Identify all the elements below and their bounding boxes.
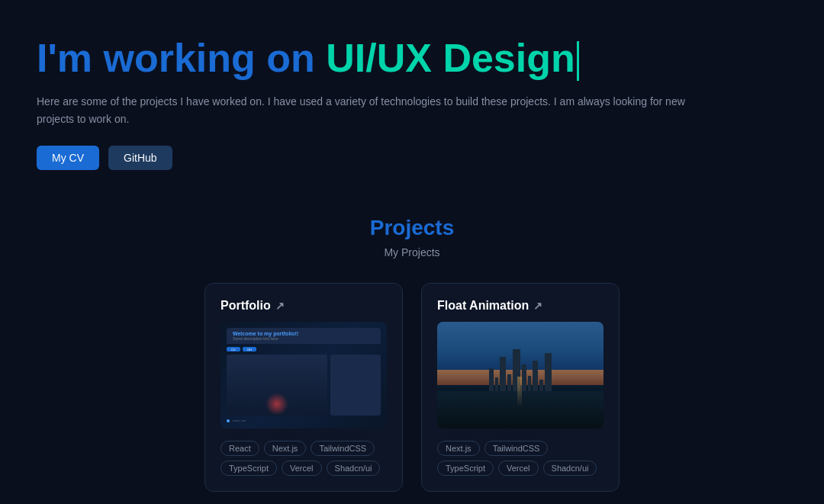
- projects-title: Projects: [370, 216, 455, 240]
- building-8: [533, 361, 538, 391]
- float-animation-title-text: Float Animation: [437, 299, 529, 313]
- portfolio-preview-footer: icons row: [227, 419, 381, 422]
- projects-section: Projects My Projects Portfolio ↗ Welcome…: [0, 185, 824, 504]
- portfolio-preview-nav: CV GH: [227, 347, 381, 352]
- portfolio-preview-left: [227, 355, 327, 416]
- tag-tailwindcss: TailwindCSS: [311, 441, 375, 456]
- building-7: [528, 376, 531, 391]
- building-9: [539, 380, 543, 391]
- projects-grid: Portfolio ↗ Welcome to my portfolio!! So…: [37, 283, 787, 492]
- portfolio-nav-btn-2: GH: [243, 347, 256, 352]
- tag-vercel: Vercel: [282, 461, 322, 476]
- projects-subtitle: My Projects: [384, 246, 439, 258]
- building-4: [507, 374, 511, 391]
- float-animation-external-link-icon: ↗: [533, 300, 542, 312]
- building-2: [495, 377, 498, 391]
- portfolio-preview-subtitle: Some description text here: [233, 336, 375, 341]
- cursor-blink: [577, 41, 579, 81]
- float-animation-card-title: Float Animation ↗: [437, 299, 604, 313]
- portfolio-title-text: Portfolio: [220, 299, 271, 313]
- portfolio-nav-btn-1: CV: [227, 347, 240, 352]
- hero-title-prefix: I'm working on: [37, 36, 326, 80]
- tag-nextjs: Next.js: [264, 441, 307, 456]
- portfolio-preview-title: Welcome to my portfolio!!: [233, 331, 375, 336]
- tag-shadcnui: Shadcn/ui: [327, 461, 381, 476]
- hero-buttons: My CV GitHub: [37, 146, 787, 170]
- project-card-portfolio[interactable]: Portfolio ↗ Welcome to my portfolio!! So…: [204, 283, 403, 492]
- portfolio-footer-dot: [227, 419, 230, 422]
- project-card-float-animation[interactable]: Float Animation ↗: [421, 283, 620, 492]
- portfolio-footer-text: icons row: [233, 419, 246, 422]
- portfolio-preview-image-area: [227, 355, 381, 416]
- portfolio-preview-right: [330, 355, 381, 416]
- building-6: [522, 364, 526, 391]
- portfolio-card-title: Portfolio ↗: [220, 299, 387, 313]
- tag-float-vercel: Vercel: [498, 461, 539, 476]
- cv-button[interactable]: My CV: [37, 146, 99, 170]
- portfolio-preview: Welcome to my portfolio!! Some descripti…: [220, 322, 387, 429]
- tag-float-tailwindcss: TailwindCSS: [484, 441, 549, 456]
- portfolio-preview-glow: [266, 393, 288, 416]
- hero-title-accent: UI/UX Design: [326, 36, 575, 80]
- github-button[interactable]: GitHub: [108, 146, 172, 170]
- tag-float-typescript: TypeScript: [437, 461, 494, 476]
- building-3: [500, 357, 506, 391]
- tag-float-nextjs: Next.js: [437, 441, 480, 456]
- float-preview-reflection: [517, 377, 522, 407]
- hero-section: I'm working on UI/UX Design Here are som…: [0, 0, 824, 185]
- tag-typescript: TypeScript: [220, 461, 277, 476]
- float-animation-preview: [437, 322, 604, 429]
- tag-float-shadcnui: Shadcn/ui: [543, 461, 597, 476]
- building-1: [489, 368, 494, 391]
- hero-description: Here are some of the projects I have wor…: [37, 93, 723, 127]
- building-10: [545, 353, 552, 391]
- hero-title: I'm working on UI/UX Design: [37, 37, 787, 81]
- portfolio-external-link-icon: ↗: [275, 300, 285, 312]
- float-animation-tags: Next.js TailwindCSS TypeScript Vercel Sh…: [437, 441, 604, 476]
- portfolio-tags: React Next.js TailwindCSS TypeScript Ver…: [220, 441, 387, 476]
- tag-react: React: [220, 441, 259, 456]
- portfolio-preview-header: Welcome to my portfolio!! Some descripti…: [227, 328, 381, 344]
